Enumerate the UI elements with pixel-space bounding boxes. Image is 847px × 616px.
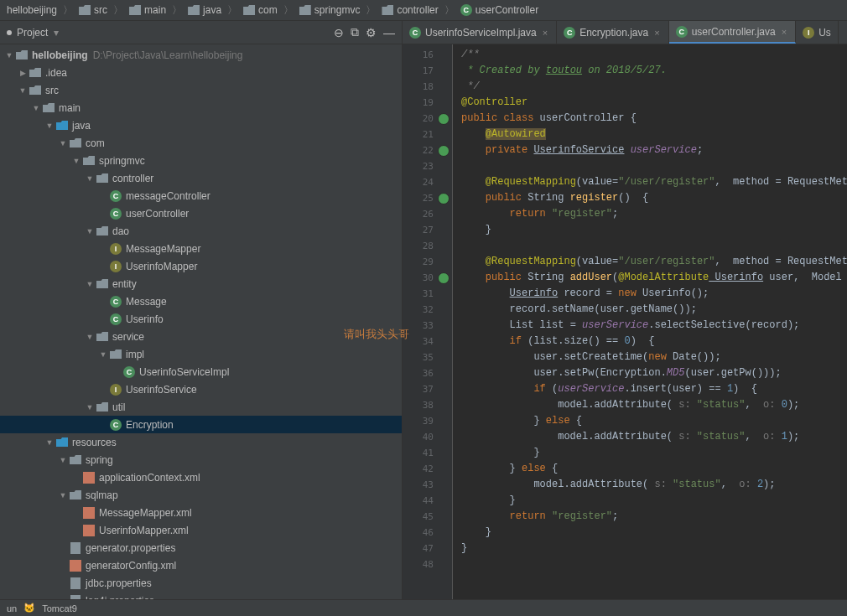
- gutter-mark-icon[interactable]: [438, 113, 449, 125]
- line-number[interactable]: 48: [403, 556, 452, 572]
- tree-node[interactable]: ▼hellobeijingD:\Project\Java\Learn\hello…: [0, 46, 402, 64]
- line-number[interactable]: 18: [403, 79, 452, 95]
- line-number[interactable]: 38: [403, 397, 452, 413]
- tree-node[interactable]: ▶.idea: [0, 64, 402, 81]
- line-number[interactable]: 21: [403, 127, 452, 142]
- tree-node[interactable]: ▼springmvc: [0, 152, 402, 169]
- close-icon[interactable]: ×: [652, 28, 661, 38]
- tree-node[interactable]: ▼sqlmap: [0, 486, 402, 504]
- tree-node[interactable]: IUserinfoService: [0, 380, 402, 398]
- breadcrumb-item[interactable]: src: [75, 4, 111, 16]
- tree-node[interactable]: ▼entity: [0, 275, 402, 292]
- editor-tab[interactable]: CuserController.java×: [669, 21, 797, 44]
- tree-node[interactable]: ▼resources: [0, 433, 402, 451]
- line-number[interactable]: 26: [403, 206, 452, 222]
- line-number[interactable]: 34: [403, 334, 452, 349]
- tree-node[interactable]: generator.properties: [0, 539, 402, 556]
- tree-node[interactable]: MessageMapper.xml: [0, 504, 402, 521]
- chevron-icon[interactable]: ▼: [57, 139, 69, 148]
- line-number[interactable]: 32: [403, 302, 452, 318]
- line-number[interactable]: 43: [403, 477, 452, 493]
- line-number[interactable]: 29: [403, 254, 452, 270]
- line-number[interactable]: 30: [403, 270, 452, 286]
- chevron-icon[interactable]: ▼: [97, 350, 109, 359]
- locate-icon[interactable]: ⊖: [334, 26, 344, 39]
- chevron-icon[interactable]: ▼: [3, 51, 15, 60]
- gutter-mark-icon[interactable]: [438, 193, 449, 204]
- chevron-icon[interactable]: ▼: [84, 403, 96, 412]
- close-icon[interactable]: ×: [541, 28, 549, 38]
- tree-node[interactable]: CUserinfoServiceImpl: [0, 363, 402, 380]
- editor-tab[interactable]: IUs: [796, 21, 839, 44]
- tree-node[interactable]: ▼java: [0, 116, 402, 134]
- chevron-icon[interactable]: ▶: [17, 69, 29, 77]
- line-number[interactable]: 25: [403, 190, 452, 206]
- editor-tab[interactable]: CEncryption.java×: [557, 21, 668, 44]
- tree-node[interactable]: ▼com: [0, 134, 402, 152]
- line-number[interactable]: 17: [403, 63, 452, 79]
- tree-node[interactable]: IUserinfoMapper: [0, 257, 402, 275]
- line-number[interactable]: 20: [403, 111, 452, 127]
- line-number[interactable]: 39: [403, 413, 452, 429]
- line-number[interactable]: 40: [403, 429, 452, 445]
- tree-node[interactable]: jdbc.properties: [0, 574, 402, 592]
- line-number[interactable]: 47: [403, 541, 452, 556]
- tree-node[interactable]: ▼src: [0, 81, 402, 99]
- hide-icon[interactable]: —: [383, 26, 395, 39]
- chevron-icon[interactable]: ▼: [70, 157, 82, 165]
- editor-tab[interactable]: CUserinfoServiceImpl.java×: [403, 21, 557, 44]
- editor-gutter[interactable]: 1617181920212223242526272829303132333435…: [403, 44, 453, 599]
- tree-node[interactable]: generatorConfig.xml: [0, 556, 402, 574]
- tree-node[interactable]: ▼spring: [0, 451, 402, 468]
- line-number[interactable]: 33: [403, 318, 452, 334]
- tree-node[interactable]: log4i.properties: [0, 592, 402, 599]
- line-number[interactable]: 35: [403, 349, 452, 365]
- line-number[interactable]: 46: [403, 525, 452, 541]
- breadcrumb-item[interactable]: CuserController: [457, 4, 542, 16]
- tree-node[interactable]: ▼controller: [0, 169, 402, 187]
- close-icon[interactable]: ×: [780, 27, 788, 37]
- tree-node[interactable]: ▼util: [0, 398, 402, 416]
- chevron-icon[interactable]: ▼: [84, 227, 96, 236]
- chevron-icon[interactable]: ▼: [44, 122, 55, 130]
- chevron-icon[interactable]: ▼: [44, 438, 55, 447]
- breadcrumb-item[interactable]: java: [184, 4, 225, 16]
- chevron-icon[interactable]: ▼: [84, 280, 96, 288]
- chevron-icon[interactable]: ▼: [57, 491, 69, 500]
- breadcrumb-item[interactable]: main: [126, 4, 169, 16]
- chevron-icon[interactable]: ▼: [84, 174, 96, 183]
- line-number[interactable]: 31: [403, 286, 452, 302]
- tree-node[interactable]: ▼dao: [0, 222, 402, 240]
- line-number[interactable]: 22: [403, 142, 452, 158]
- breadcrumb-item[interactable]: controller: [378, 4, 441, 16]
- line-number[interactable]: 42: [403, 461, 452, 477]
- tree-node[interactable]: CmessageController: [0, 187, 402, 204]
- breadcrumb-item[interactable]: springmvc: [296, 4, 364, 16]
- tree-node[interactable]: CUserinfo: [0, 310, 402, 328]
- line-number[interactable]: 24: [403, 174, 452, 190]
- chevron-icon[interactable]: ▼: [57, 456, 69, 464]
- code-area[interactable]: /** * Created by toutou on 2018/5/27. */…: [453, 44, 847, 599]
- tree-node[interactable]: applicationContext.xml: [0, 468, 402, 486]
- line-number[interactable]: 16: [403, 47, 452, 63]
- line-number[interactable]: 41: [403, 445, 452, 461]
- breadcrumb-item[interactable]: hellobeijing: [3, 4, 60, 16]
- line-number[interactable]: 36: [403, 365, 452, 381]
- gutter-mark-icon[interactable]: [438, 145, 449, 157]
- tree-node[interactable]: CuserController: [0, 204, 402, 222]
- tree-node[interactable]: ▼impl: [0, 345, 402, 363]
- editor-body[interactable]: 1617181920212223242526272829303132333435…: [403, 44, 847, 599]
- tree-node[interactable]: CMessage: [0, 292, 402, 310]
- tree-node[interactable]: UserinfoMapper.xml: [0, 521, 402, 539]
- line-number[interactable]: 28: [403, 238, 452, 254]
- chevron-icon[interactable]: ▼: [84, 333, 96, 341]
- tree-node[interactable]: IMessageMapper: [0, 240, 402, 257]
- gutter-mark-icon[interactable]: [438, 272, 449, 284]
- expand-icon[interactable]: ⧉: [351, 25, 359, 39]
- sidebar-title[interactable]: Project ▾: [7, 27, 60, 39]
- breadcrumb-item[interactable]: com: [240, 4, 281, 16]
- tree-node[interactable]: ▼main: [0, 99, 402, 116]
- chevron-icon[interactable]: ▼: [30, 104, 42, 112]
- tree-node[interactable]: CEncryption: [0, 416, 402, 433]
- project-tree[interactable]: ▼hellobeijingD:\Project\Java\Learn\hello…: [0, 44, 402, 599]
